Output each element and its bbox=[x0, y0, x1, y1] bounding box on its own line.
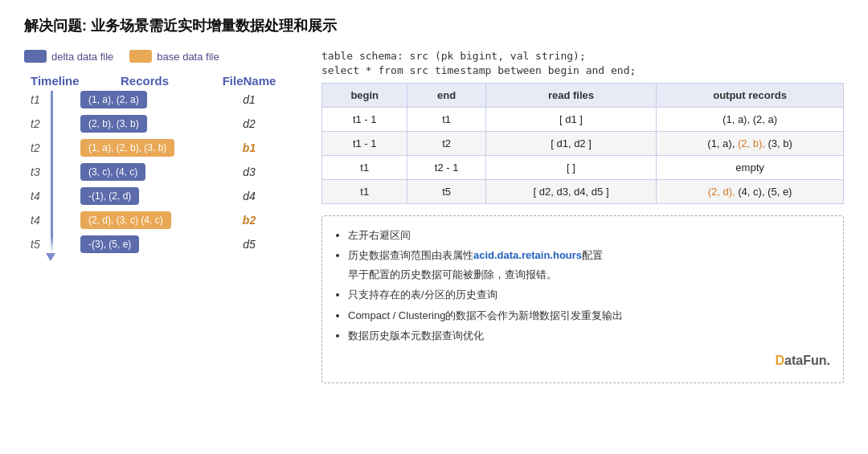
table-row: t3 (3, c), (4, c) d3 bbox=[24, 163, 297, 181]
time-label: t3 bbox=[24, 166, 80, 178]
timeline-body: t1 (1, a), (2, a) d1 t2 (2, b), (3, b) d… bbox=[24, 91, 297, 253]
cell-end: t1 bbox=[407, 108, 485, 132]
col-output-records: output records bbox=[657, 84, 844, 108]
filename-label: b2 bbox=[209, 214, 289, 227]
col-end: end bbox=[407, 84, 485, 108]
cell-output: empty bbox=[657, 156, 844, 180]
cell-end: t2 - 1 bbox=[407, 156, 485, 180]
cell-output: (1, a), (2, b), (3, b) bbox=[657, 132, 844, 156]
table-row: t1 (1, a), (2, a) d1 bbox=[24, 91, 297, 108]
logo-d: D bbox=[776, 354, 785, 367]
list-item: 左开右避区间 bbox=[348, 226, 830, 244]
accent-text: acid.data.retain.hours bbox=[473, 249, 582, 261]
left-panel: delta data file base data file Timeline … bbox=[24, 50, 297, 383]
right-panel: table schema: src (pk bigint, val string… bbox=[321, 50, 844, 383]
table-row: t5 -(3), (5, e) d5 bbox=[24, 235, 297, 253]
cell-output: (2, d), (4, c), (5, e) bbox=[657, 180, 844, 204]
filename-label: b1 bbox=[209, 141, 289, 154]
col-begin: begin bbox=[322, 84, 407, 108]
cell-begin: t1 - 1 bbox=[322, 108, 407, 132]
filename-label: d4 bbox=[209, 190, 289, 202]
record-badge: (2, b), (3, b) bbox=[80, 115, 147, 133]
time-label: t4 bbox=[24, 190, 80, 202]
table-row: t4 -(1), (2, d) d4 bbox=[24, 187, 297, 205]
table-row: t1 - 1 t1 [ d1 ] (1, a), (2, a) bbox=[322, 108, 844, 132]
cell-begin: t1 - 1 bbox=[322, 132, 407, 156]
cell-end: t5 bbox=[407, 180, 485, 204]
record-badge: (1, a), (2, b), (3, b) bbox=[80, 139, 174, 157]
time-label: t5 bbox=[24, 238, 80, 251]
list-item: 只支持存在的表/分区的历史查询 bbox=[348, 285, 830, 304]
cell-end: t2 bbox=[407, 132, 485, 156]
record-badge: (1, a), (2, a) bbox=[80, 91, 147, 108]
cell-begin: t1 bbox=[322, 156, 407, 180]
base-label: base data file bbox=[157, 51, 219, 63]
cell-read-files: [ d1 ] bbox=[485, 108, 656, 132]
col-filename: FileName bbox=[209, 74, 289, 88]
time-label: t4 bbox=[24, 214, 80, 227]
record-badge: (3, c), (4, c) bbox=[80, 163, 145, 181]
legend-base: base data file bbox=[129, 50, 219, 63]
cell-output: (1, a), (2, a) bbox=[657, 108, 844, 132]
orange-value: (2, b), bbox=[738, 137, 765, 149]
col-records: Records bbox=[80, 74, 209, 88]
time-label: t2 bbox=[24, 141, 80, 154]
record-badge: -(3), (5, e) bbox=[80, 235, 139, 253]
cell-read-files: [ d2, d3, d4, d5 ] bbox=[485, 180, 656, 204]
orange-value: (2, d), bbox=[708, 186, 735, 198]
record-badge: (2, d), (3, c) (4, c) bbox=[80, 211, 171, 229]
list-item: Compact / Clustering的数据不会作为新增数据引发重复输出 bbox=[348, 306, 830, 325]
record-badge: -(1), (2, d) bbox=[80, 187, 139, 205]
cell-read-files: [ ] bbox=[485, 156, 656, 180]
legend-delta: delta data file bbox=[24, 50, 113, 63]
list-item: 数据历史版本元数据查询优化 bbox=[348, 326, 830, 345]
time-label: t1 bbox=[24, 93, 80, 106]
notes-box: 左开右避区间 历史数据查询范围由表属性acid.data.retain.hour… bbox=[321, 215, 844, 383]
table-row: t1 - 1 t2 [ d1, d2 ] (1, a), (2, b), (3,… bbox=[322, 132, 844, 156]
filename-label: d5 bbox=[209, 238, 289, 251]
delta-label: delta data file bbox=[51, 51, 113, 63]
datafun-logo: DataFun. bbox=[335, 350, 830, 373]
filename-label: d3 bbox=[209, 166, 289, 178]
time-label: t2 bbox=[24, 117, 80, 130]
data-table: begin end read files output records t1 -… bbox=[321, 83, 844, 204]
legend: delta data file base data file bbox=[24, 50, 297, 63]
logo-rest: ataFun. bbox=[784, 354, 830, 367]
page-title: 解决问题: 业务场景需近实时增量数据处理和展示 bbox=[24, 16, 844, 35]
notes-list: 左开右避区间 历史数据查询范围由表属性acid.data.retain.hour… bbox=[335, 226, 830, 345]
table-row: t1 t2 - 1 [ ] empty bbox=[322, 156, 844, 180]
table-row: t2 (2, b), (3, b) d2 bbox=[24, 115, 297, 133]
timeline-header: Timeline Records FileName bbox=[24, 74, 297, 88]
timeline-arrow bbox=[46, 253, 55, 261]
schema-line1: table schema: src (pk bigint, val string… bbox=[321, 50, 844, 62]
table-row: t1 t5 [ d2, d3, d4, d5 ] (2, d), (4, c),… bbox=[322, 180, 844, 204]
col-read-files: read files bbox=[485, 84, 656, 108]
table-row: t2 (1, a), (2, b), (3, b) b1 bbox=[24, 139, 297, 157]
cell-begin: t1 bbox=[322, 180, 407, 204]
filename-label: d1 bbox=[209, 93, 289, 106]
base-color-box bbox=[129, 50, 152, 63]
cell-read-files: [ d1, d2 ] bbox=[485, 132, 656, 156]
table-row: t4 (2, d), (3, c) (4, c) b2 bbox=[24, 211, 297, 229]
filename-label: d2 bbox=[209, 117, 289, 130]
list-item: 历史数据查询范围由表属性acid.data.retain.hours配置早于配置… bbox=[348, 246, 830, 284]
schema-line2: select * from src timestamp between begi… bbox=[321, 64, 844, 76]
col-timeline: Timeline bbox=[24, 74, 80, 88]
delta-color-box bbox=[24, 50, 47, 63]
